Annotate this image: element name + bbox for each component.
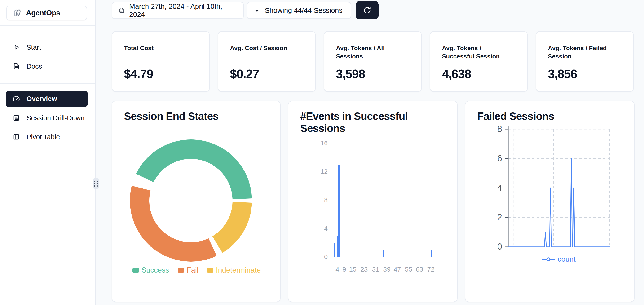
y-tick-label: 6 [497,153,502,163]
legend-label: Fail [187,266,198,274]
stat-value: $4.79 [124,67,153,81]
stat-card-avg-tokens-failed: Avg. Tokens / Failed Session 3,856 [536,31,634,92]
sidebar-item-label: Overview [26,95,57,103]
sidebar-item-overview[interactable]: Overview [6,91,88,107]
bar-x72[interactable] [431,250,432,257]
session-end-states-donut[interactable] [112,101,281,264]
stat-label: Avg. Tokens / Successful Session [442,44,515,61]
sidebar-item-label: Pivot Table [26,133,60,141]
line-legend-glyph [542,257,554,261]
sidebar-item-label: Session Drill-Down [26,114,84,122]
count-line-series[interactable] [508,158,610,247]
sidebar-item-pivot-table[interactable]: Pivot Table [6,129,88,144]
document-icon [13,63,20,70]
stat-label: Avg. Tokens / All Sessions [336,44,409,61]
legend-series-name: count [558,255,576,263]
y-tick-label: 8 [302,196,328,204]
y-axis-labels: 1612840 [302,143,328,257]
sidebar-divider [0,25,95,26]
failed-sessions-card: Failed Sessions 86420 count [465,101,634,302]
panel-columns-icon [13,133,20,140]
donut-legend: SuccessFailIndeterminate [112,266,281,274]
bar-x2[interactable] [334,243,336,257]
legend-item-success[interactable]: Success [132,266,169,274]
stat-value: 4,638 [442,67,471,81]
play-icon [13,44,20,51]
sidebar-item-label: Start [26,44,41,51]
sidebar-item-docs[interactable]: Docs [6,59,88,74]
x-tick-label: 47 [394,265,401,273]
refresh-button[interactable] [356,1,378,20]
x-tick-label: 39 [383,265,390,273]
x-axis-labels: 491523313947556372 [332,265,448,275]
x-tick-label: 63 [416,265,423,273]
legend-swatch [132,268,139,272]
x-tick-label: 72 [427,265,434,273]
sidebar-divider [0,83,95,84]
session-filter-label: Showing 44/44 Sessions [265,7,342,15]
bar-x5[interactable] [338,165,340,257]
x-tick-label: 4 [336,265,339,273]
donut-segment-success[interactable] [136,139,252,199]
session-filter-button[interactable]: Showing 44/44 Sessions [247,2,351,19]
agentops-dashboard: AgentOps Start Docs [0,0,644,305]
grip-dots-icon [94,181,98,187]
sidebar-item-label: Docs [26,63,42,70]
sidebar: AgentOps Start Docs [0,0,96,305]
gauge-icon [13,95,20,103]
stat-label: Avg. Cost / Session [230,44,303,52]
stat-label: Total Cost [124,44,197,52]
y-tick-label: 8 [497,124,502,134]
sidebar-item-start[interactable]: Start [6,40,88,55]
x-tick-label: 23 [360,265,368,273]
donut-segment-indeterminate[interactable] [212,202,252,253]
brand-name: AgentOps [26,9,60,17]
x-tick-label: 9 [342,265,346,273]
session-end-states-card: Session End States SuccessFailIndetermin… [112,101,280,302]
events-in-successful-sessions-card: #Events in Successful Sessions 1612840 4… [288,101,458,302]
stat-card-avg-cost-session: Avg. Cost / Session $0.27 [218,31,316,92]
stat-value: 3,598 [336,67,365,81]
stat-card-total-cost: Total Cost $4.79 [112,31,210,92]
legend-label: Success [142,266,169,274]
stat-value: 3,856 [548,67,577,81]
paperclip-loops-icon [11,8,22,19]
y-tick-label: 2 [497,212,502,222]
sidebar-item-session-drill-down[interactable]: Session Drill-Down [6,110,88,126]
x-tick-label: 15 [349,265,356,273]
events-bar-plot[interactable] [332,143,448,257]
legend-item-indeterminate[interactable]: Indeterminate [207,266,261,274]
bar-x36[interactable] [382,250,384,257]
legend-swatch [178,268,184,272]
date-range-label: March 27th, 2024 - April 10th, 2024 [129,2,236,19]
x-tick-label: 55 [405,265,412,273]
stat-card-avg-tokens-successful: Avg. Tokens / Successful Session 4,638 [430,31,528,92]
bar-x4[interactable] [337,236,338,257]
calendar-icon [119,8,124,13]
y-tick-label: 4 [302,225,328,232]
list-box-icon [13,114,20,122]
x-tick-label: 31 [372,265,379,273]
agentops-logo[interactable]: AgentOps [6,6,87,20]
y-tick-label: 0 [497,242,502,251]
y-tick-label: 16 [302,139,328,147]
stat-label: Avg. Tokens / Failed Session [548,44,621,61]
date-range-button[interactable]: March 27th, 2024 - April 10th, 2024 [112,2,244,19]
legend-item-fail[interactable]: Fail [178,266,198,274]
y-tick-label: 4 [497,183,502,193]
stat-card-avg-tokens-all: Avg. Tokens / All Sessions 3,598 [324,31,422,92]
filter-lines-icon [254,7,260,14]
sidebar-resize-handle[interactable] [92,178,99,189]
y-tick-label: 0 [302,253,328,261]
stat-value: $0.27 [230,67,259,81]
legend-swatch [207,268,214,272]
count-legend[interactable]: count [508,255,610,263]
failed-sessions-line-plot[interactable]: 86420 [465,101,635,303]
legend-label: Indeterminate [216,266,261,274]
chart-title: #Events in Successful Sessions [300,110,433,135]
rotate-cw-icon [363,6,372,15]
donut-segment-fail[interactable] [130,186,217,262]
y-tick-label: 12 [302,168,328,175]
